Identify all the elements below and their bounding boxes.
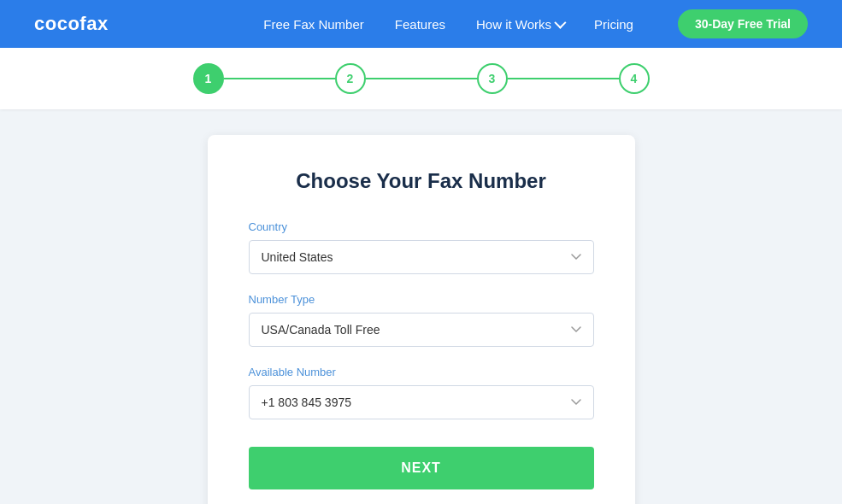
logo: cocofax <box>34 13 109 35</box>
step-line-1 <box>224 78 335 79</box>
nav-how-it-works-label: How it Works <box>476 17 551 32</box>
next-button[interactable]: NEXT <box>249 447 594 489</box>
available-number-label: Available Number <box>249 366 594 378</box>
country-select[interactable]: United States Canada United Kingdom Aust… <box>249 240 594 274</box>
main-content: Choose Your Fax Number Country United St… <box>0 109 842 504</box>
country-label: Country <box>249 220 594 233</box>
nav-pricing[interactable]: Pricing <box>594 17 633 32</box>
step-2[interactable]: 2 <box>335 63 366 94</box>
chevron-down-icon <box>554 17 566 29</box>
number-type-group: Number Type USA/Canada Toll Free Local N… <box>249 293 594 347</box>
available-number-group: Available Number +1 803 845 3975 +1 803 … <box>249 366 594 419</box>
step-line-2 <box>366 78 477 79</box>
form-title: Choose Your Fax Number <box>249 169 594 193</box>
available-number-select[interactable]: +1 803 845 3975 +1 803 845 3976 <box>249 385 594 419</box>
step-1[interactable]: 1 <box>193 63 224 94</box>
nav-how-it-works[interactable]: How it Works <box>476 17 563 32</box>
nav-free-fax[interactable]: Free Fax Number <box>263 17 364 32</box>
step-3[interactable]: 3 <box>477 63 508 94</box>
stepper: 1 2 3 4 <box>193 63 650 94</box>
step-4[interactable]: 4 <box>619 63 650 94</box>
stepper-bar: 1 2 3 4 <box>0 48 842 109</box>
trial-button[interactable]: 30-Day Free Trial <box>678 9 808 38</box>
country-group: Country United States Canada United King… <box>249 220 594 274</box>
nav: Free Fax Number Features How it Works Pr… <box>263 9 808 38</box>
header: cocofax Free Fax Number Features How it … <box>0 0 842 48</box>
step-line-3 <box>508 78 619 79</box>
nav-features[interactable]: Features <box>395 17 445 32</box>
number-type-label: Number Type <box>249 293 594 306</box>
form-card: Choose Your Fax Number Country United St… <box>208 135 635 504</box>
number-type-select[interactable]: USA/Canada Toll Free Local Number <box>249 313 594 347</box>
